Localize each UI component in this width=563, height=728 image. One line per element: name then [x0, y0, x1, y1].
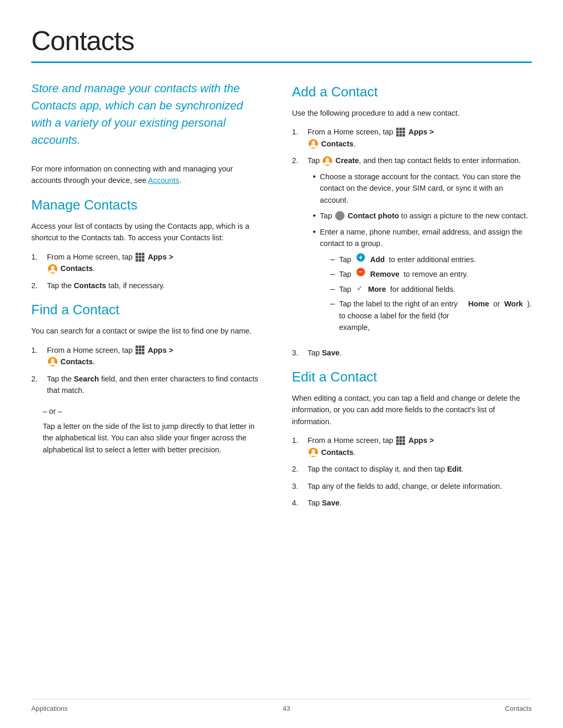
svg-point-4	[312, 449, 315, 453]
bullet-name: Enter a name, phone number, email addres…	[313, 226, 532, 338]
body-intro-text: For more information on connecting with …	[31, 165, 233, 184]
add-contact-heading: Add a Contact	[292, 84, 532, 100]
left-column: Store and manage your contacts with the …	[31, 80, 261, 520]
remove-icon: –	[357, 268, 365, 276]
footer-left: Applications	[31, 705, 68, 712]
contacts-icon-4	[309, 448, 318, 457]
edit-step-1: 1. From a Home screen, tap Apps >	[292, 435, 532, 458]
dash-add: Tap + Add to enter additional entries.	[331, 254, 532, 265]
find-step-1: 1. From a Home screen, tap Apps >	[31, 344, 261, 368]
add-step-2-bullets: Choose a storage account for the contact…	[313, 171, 532, 338]
footer-right: Contacts	[505, 705, 532, 712]
find-step-2: 2. Tap the Search field, and then enter …	[31, 373, 261, 397]
dash-label: Tap the label to the right of an entry t…	[331, 298, 532, 333]
find-contact-steps: 1. From a Home screen, tap Apps >	[31, 344, 261, 397]
dash-more: Tap ✓ More for additional fields.	[331, 283, 532, 295]
svg-point-3	[326, 158, 329, 162]
edit-contact-heading: Edit a Contact	[292, 369, 532, 385]
contacts-icon	[48, 264, 57, 274]
svg-point-2	[312, 141, 315, 144]
right-column: Add a Contact Use the following procedur…	[292, 80, 532, 520]
add-step-3: 3. Tap Save.	[292, 347, 532, 359]
dash-remove: Tap – Remove to remove an entry.	[331, 268, 532, 280]
find-contact-heading: Find a Contact	[31, 302, 261, 318]
manage-contacts-body: Access your list of contacts by using th…	[31, 220, 261, 244]
more-icon: ✓	[357, 283, 363, 294]
find-contact-body: You can search for a contact or swipe th…	[31, 325, 261, 337]
manage-step-2: 2. Tap the Contacts tab, if necessary.	[31, 280, 261, 291]
edit-step-4: 4. Tap Save.	[292, 497, 532, 509]
manage-contacts-heading: Manage Contacts	[31, 197, 261, 213]
apps-grid-icon	[136, 253, 144, 262]
add-step-1: 1. From a Home screen, tap Apps >	[292, 126, 532, 150]
bullet-storage: Choose a storage account for the contact…	[313, 171, 532, 206]
manage-contacts-steps: 1. From a Home screen, tap Apps >	[31, 251, 261, 291]
add-contact-body: Use the following procedure to add a new…	[292, 107, 532, 119]
title-rule	[31, 61, 532, 63]
edit-step-3: 3. Tap any of the fields to add, change,…	[292, 480, 532, 492]
page-title: Contacts	[31, 25, 532, 56]
contacts-icon-2	[48, 357, 57, 366]
apps-grid-icon-2	[136, 346, 144, 354]
body-intro: For more information on connecting with …	[31, 163, 261, 187]
bullet-photo: Tap Contact photo to assign a picture to…	[313, 210, 532, 221]
create-icon	[323, 156, 332, 166]
svg-point-1	[51, 359, 55, 362]
dash-items: Tap + Add to enter additional entries. T…	[331, 254, 532, 334]
footer-center: 43	[283, 705, 290, 712]
find-contact-or-body: Tap a letter on the side of the list to …	[43, 421, 261, 455]
apps-grid-icon-4	[396, 436, 405, 445]
intro-text: Store and manage your contacts with the …	[31, 80, 255, 149]
edit-contact-body: When editing a contact, you can tap a fi…	[292, 392, 532, 427]
page-footer: Applications 43 Contacts	[31, 699, 532, 712]
svg-point-0	[51, 266, 55, 269]
apps-grid-icon-3	[396, 128, 405, 137]
manage-step-1: 1. From a Home screen, tap Apps >	[31, 251, 261, 275]
add-icon: +	[357, 253, 365, 262]
add-contact-steps: 1. From a Home screen, tap Apps >	[292, 126, 532, 359]
accounts-link[interactable]: Accounts	[148, 176, 179, 184]
body-intro-end: .	[179, 176, 181, 184]
or-separator: – or –	[43, 407, 261, 415]
edit-contact-steps: 1. From a Home screen, tap Apps >	[292, 435, 532, 509]
edit-step-2: 2. Tap the contact to display it, and th…	[292, 463, 532, 475]
photo-icon	[335, 211, 345, 220]
add-step-2: 2. Tap Create, and then tap contact fiel…	[292, 155, 532, 341]
contacts-icon-3	[309, 139, 318, 149]
